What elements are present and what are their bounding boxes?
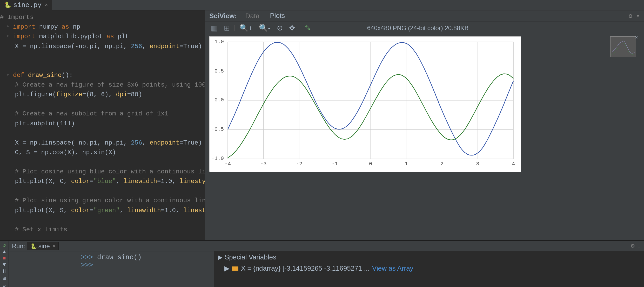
scroll-down-button[interactable]: ▼ [1,262,8,268]
thumbnail-close-button[interactable]: × [635,35,638,41]
image-view[interactable]: -4 -3 -2 -1 0 1 2 3 4 1.0 0.5 0.0 −0.5 −… [205,34,644,240]
svg-text:-2: -2 [296,161,302,167]
code-line: ▸ import numpy as np [0,22,205,32]
code-line [0,99,205,109]
layout-button[interactable]: ⊞ [1,275,8,282]
more-button[interactable]: » [1,283,8,287]
pan-button[interactable]: ✥ [287,23,297,33]
code-line: # Create a new figure of size 8x6 points… [0,80,205,90]
svg-text:-4: -4 [225,161,231,167]
separator [234,25,235,31]
code-line: X = np.linspace(-np.pi, np.pi, 256, endp… [0,138,205,148]
view-as-array-button[interactable]: View as Array [372,264,413,272]
variables-panel: ⚙ ↓ ▶ Special Variables ▶ X = {ndarray} … [214,241,644,287]
code-line: # Imports [0,12,205,22]
zoom-fit-button[interactable]: ⊙ [275,23,284,33]
rerun-button[interactable]: ↺ [1,242,8,248]
run-tab-close[interactable]: × [52,243,56,249]
sciview-panel: SciView: Data Plots ⚙ ▾ ▦ ⊞ 🔍+ 🔍- ⊙ ✥ ✎ … [205,10,644,240]
code-token: # Imports [0,14,34,21]
console-area[interactable]: >>> draw_sine() >>> [78,251,145,287]
bottom-panel: ↺ ▲ ■ ▼ ⏸ ⊞ » Run: 🐍 sine × >>> draw_sin… [0,240,644,287]
svg-rect-0 [210,37,521,172]
fold-arrow: ▸ [0,22,13,31]
code-content[interactable]: # Imports ▸ import numpy as np ▸ import … [0,10,205,240]
code-line: # Create a new subplot from a grid of 1x… [0,109,205,119]
svg-text:0.0: 0.0 [214,97,224,103]
grid-view-button[interactable]: ▦ [209,23,219,33]
file-tab-sine[interactable]: 🐍 sine.py × [0,0,52,10]
code-line [0,51,205,61]
code-line [0,215,205,225]
scroll-up-button[interactable]: ▲ [1,249,8,255]
pause-button[interactable]: ⏸ [1,268,8,275]
run-tab-bar: Run: 🐍 sine × >>> draw_sine() >>> [9,241,214,287]
left-actions: ↺ ▲ ■ ▼ ⏸ ⊞ » [0,241,9,287]
code-line [0,186,205,196]
tab-close-button[interactable]: × [45,2,48,8]
fold-arrow3: ▸ [0,70,13,79]
image-toolbar: ▦ ⊞ 🔍+ 🔍- ⊙ ✥ ✎ 640x480 PNG (24-bit colo… [205,22,644,34]
variables-content: ▶ Special Variables ▶ X = {ndarray} [-3.… [214,251,644,287]
svg-text:1: 1 [405,161,408,167]
code-line [0,128,205,138]
code-line: plt.figure(figsize=(8, 6), dpi=80) [0,90,205,99]
image-info: 640x480 PNG (24-bit color) 20.88KB [367,24,469,32]
run-tab-sine[interactable]: 🐍 sine × [27,242,59,250]
code-line: ▸ import matplotlib.pyplot as plt [0,32,205,41]
svg-text:−1.0: −1.0 [211,155,224,161]
code-line: # Plot cosine using blue color with a co… [0,167,205,177]
variable-item-x: ▶ X = {ndarray} [-3.14159265 -3.11695271… [218,263,640,273]
grid-view2-button[interactable]: ⊞ [222,23,231,33]
main-area: # Imports ▸ import numpy as np ▸ import … [0,10,644,240]
svg-text:1.0: 1.0 [214,39,224,45]
special-vars-label: Special Variables [225,253,276,261]
file-tab-label: sine.py [13,1,42,9]
sciview-gear-icon[interactable]: ⚙ ▾ [629,12,640,20]
svg-text:-3: -3 [260,161,266,167]
var-type-icon [232,266,238,271]
top-tab-bar: 🐍 sine.py × [0,0,644,10]
color-picker-button[interactable]: ✎ [303,23,312,33]
sciview-header: SciView: Data Plots ⚙ ▾ [205,10,644,22]
separator2 [300,25,300,31]
stop-button[interactable]: ■ [1,255,8,261]
svg-text:2: 2 [440,161,444,167]
variables-gear-icon[interactable]: ⚙ [631,242,634,250]
code-line: ▸ def draw_sine(): [0,70,205,80]
variables-download-icon[interactable]: ↓ [637,242,641,249]
var-expand-arrow: ▶ [224,264,230,272]
code-line: # Plot sine using green color with a con… [0,196,205,205]
code-line: plt.plot(X, C, color="blue", linewidth=1… [0,177,205,186]
code-line: # Set x limits [0,225,205,234]
special-vars-header[interactable]: ▶ Special Variables [218,253,640,261]
variables-toolbar: ⚙ ↓ [214,241,644,251]
code-line [0,157,205,167]
code-line: plt.subplot(111) [0,119,205,128]
sciview-tab-plots[interactable]: Plots [268,11,287,21]
run-tab-label: sine [38,243,50,250]
run-label: Run: [12,243,25,250]
svg-text:4: 4 [512,161,515,167]
code-line: C, S = np.cos(X), np.sin(X) [0,148,205,157]
svg-text:0.5: 0.5 [214,68,224,74]
code-line: X = np.linspace(-np.pi, np.pi, 256, endp… [0,42,205,51]
svg-text:−0.5: −0.5 [211,126,224,132]
code-line [0,61,205,70]
thumbnail-area: × [610,36,636,57]
sciview-title: SciView: [209,12,237,20]
sciview-tab-data[interactable]: Data [243,11,261,21]
code-line: plt.plot(X, S, color="green", linewidth=… [0,206,205,215]
section-expand-arrow: ▶ [218,254,223,261]
zoom-in-button[interactable]: 🔍+ [238,23,254,33]
zoom-out-button[interactable]: 🔍- [257,23,272,33]
svg-text:0: 0 [369,161,372,167]
fold-arrow2: ▸ [0,32,13,41]
svg-text:-1: -1 [332,161,338,167]
python-tab-icon: 🐍 [30,243,37,249]
console-line-2: >>> [81,261,142,269]
svg-text:3: 3 [476,161,479,167]
var-name: X = {ndarray} [-3.14159265 -3.11695271 .… [241,264,370,272]
plot-container: -4 -3 -2 -1 0 1 2 3 4 1.0 0.5 0.0 −0.5 −… [209,36,521,172]
run-tab-header: Run: 🐍 sine × [9,241,214,251]
